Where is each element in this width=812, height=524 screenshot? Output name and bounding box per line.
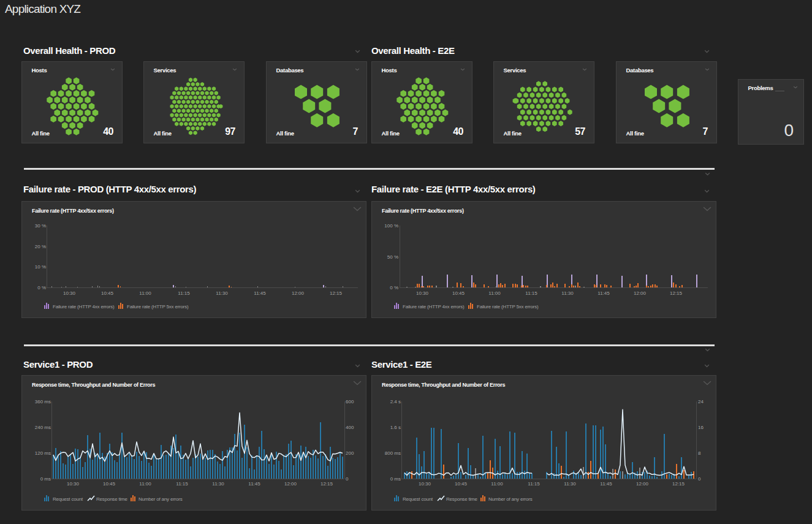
svg-text:8: 8 (698, 450, 701, 456)
svg-text:Request count: Request count (53, 496, 83, 502)
svg-text:1.6 s: 1.6 s (390, 425, 401, 430)
svg-text:10:30: 10:30 (63, 290, 76, 296)
svg-text:50 %: 50 % (387, 254, 398, 260)
svg-text:120 ms: 120 ms (35, 450, 51, 456)
svg-text:10:30: 10:30 (67, 481, 80, 487)
svg-text:240 ms: 240 ms (35, 425, 51, 430)
svg-text:11:15: 11:15 (528, 481, 540, 487)
svg-text:11:30: 11:30 (212, 481, 224, 487)
svg-text:12:15: 12:15 (330, 290, 343, 296)
svg-text:12:15: 12:15 (672, 481, 685, 487)
svg-text:0 %: 0 % (37, 285, 46, 290)
svg-text:12:15: 12:15 (321, 481, 333, 487)
svg-text:11:30: 11:30 (564, 481, 576, 487)
svg-text:Number of any errors: Number of any errors (138, 496, 183, 502)
svg-text:10:30: 10:30 (416, 290, 429, 296)
svg-text:0: 0 (698, 476, 701, 482)
svg-text:Failure rate (HTTP 4xx errors): Failure rate (HTTP 4xx errors) (403, 304, 465, 309)
svg-text:12:00: 12:00 (284, 481, 297, 487)
svg-text:11:00: 11:00 (488, 290, 501, 296)
svg-text:11:00: 11:00 (139, 290, 151, 296)
svg-text:0 ms: 0 ms (390, 476, 401, 482)
svg-text:0: 0 (346, 476, 349, 482)
svg-text:12:00: 12:00 (636, 481, 649, 487)
svg-text:0 %: 0 % (390, 285, 398, 290)
svg-text:10:45: 10:45 (452, 290, 465, 296)
svg-text:Response time: Response time (446, 496, 478, 502)
svg-text:10:45: 10:45 (101, 290, 114, 296)
svg-text:Failure rate (HTTP 4xx errors): Failure rate (HTTP 4xx errors) (53, 304, 115, 309)
svg-text:20 %: 20 % (35, 244, 46, 249)
svg-text:Failure rate (HTTP 5xx errors): Failure rate (HTTP 5xx errors) (477, 304, 539, 309)
svg-text:Failure rate (HTTP 5xx errors): Failure rate (HTTP 5xx errors) (127, 304, 189, 309)
svg-text:12:00: 12:00 (292, 290, 305, 296)
svg-text:Request count: Request count (403, 496, 433, 502)
svg-text:11:15: 11:15 (178, 290, 190, 296)
svg-text:600: 600 (346, 399, 354, 404)
svg-text:Response time, Throughput and: Response time, Throughput and Number of … (382, 382, 506, 388)
svg-text:16: 16 (698, 425, 704, 430)
svg-text:400: 400 (346, 425, 354, 430)
svg-text:11:15: 11:15 (525, 290, 537, 296)
svg-text:10:45: 10:45 (455, 481, 468, 487)
svg-text:Response time: Response time (96, 496, 128, 502)
svg-text:11:15: 11:15 (176, 481, 188, 487)
svg-text:10:45: 10:45 (103, 481, 116, 487)
svg-text:30 %: 30 % (35, 223, 46, 229)
svg-text:11:45: 11:45 (598, 290, 610, 296)
svg-text:100 %: 100 % (384, 223, 398, 229)
svg-text:10 %: 10 % (35, 264, 46, 270)
svg-text:360 ms: 360 ms (35, 399, 51, 404)
svg-text:12:15: 12:15 (670, 290, 683, 296)
svg-text:Number of any errors: Number of any errors (488, 496, 533, 502)
svg-text:11:00: 11:00 (491, 481, 503, 487)
svg-text:24: 24 (698, 399, 704, 404)
svg-text:0 ms: 0 ms (40, 476, 51, 482)
svg-text:11:45: 11:45 (254, 290, 266, 296)
svg-text:11:30: 11:30 (216, 290, 228, 296)
svg-text:11:45: 11:45 (248, 481, 260, 487)
svg-text:11:45: 11:45 (600, 481, 612, 487)
svg-text:Response time, Throughput and: Response time, Throughput and Number of … (32, 382, 156, 388)
svg-text:200: 200 (346, 450, 354, 456)
svg-text:800 ms: 800 ms (385, 450, 401, 456)
svg-text:2.4 s: 2.4 s (390, 399, 401, 404)
svg-text:11:30: 11:30 (561, 290, 574, 296)
svg-text:10:30: 10:30 (419, 481, 431, 487)
svg-text:12:00: 12:00 (634, 290, 647, 296)
svg-text:Failure rate (HTTP 4xx/5xx err: Failure rate (HTTP 4xx/5xx errors) (382, 208, 464, 214)
svg-text:11:00: 11:00 (139, 481, 151, 487)
svg-text:Failure rate (HTTP 4xx/5xx err: Failure rate (HTTP 4xx/5xx errors) (32, 208, 114, 214)
